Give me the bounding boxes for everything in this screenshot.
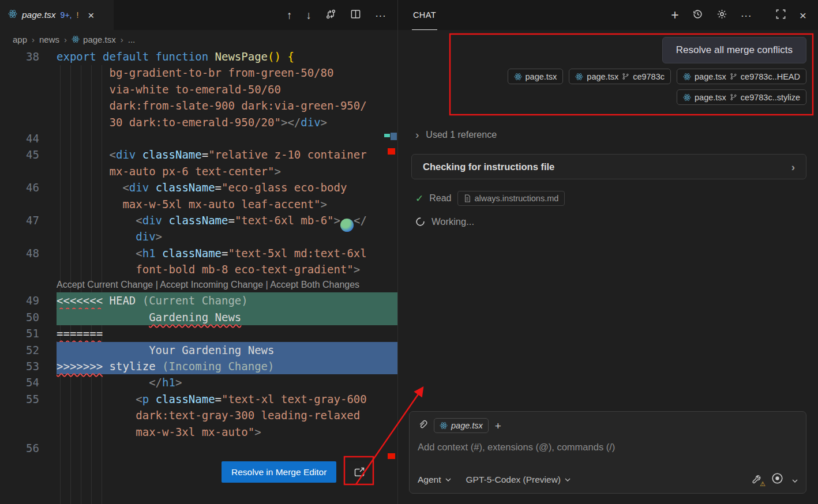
editor-more-actions-icon[interactable]: ··· [375, 10, 386, 21]
codelens-merge-actions[interactable]: Accept Current Change | Accept Incoming … [0, 277, 397, 292]
code-text: <div className="text-6xl mb-6">🌍</ [57, 212, 397, 228]
code-line-wrap[interactable]: mx-auto px-6 text-center"> [0, 163, 397, 179]
used-references-label: Used 1 reference [426, 130, 497, 140]
code-text: dark:text-gray-300 leading-relaxed [57, 407, 397, 423]
code-line-38[interactable]: 38export default function NewsPage() { [0, 48, 397, 65]
code-line-wrap[interactable]: bg-gradient-to-br from-green-50/80 [0, 65, 397, 81]
code-text: <<<<<<< HEAD (Current Change) [57, 292, 397, 309]
code-line-53[interactable]: 53>>>>>>> stylize (Incoming Change) [0, 358, 397, 374]
react-icon [8, 9, 17, 21]
tab-page-tsx[interactable]: page.tsx 9+, ! × [0, 0, 114, 30]
code-text: <div className="relative z-10 container [57, 146, 397, 163]
maximize-panel-icon[interactable] [775, 9, 786, 22]
line-number: 55 [0, 391, 57, 407]
navigate-up-icon[interactable]: ↑ [287, 10, 292, 21]
context-chip-row: page.tsx ce9783c..stylize [677, 89, 806, 105]
code-line-44[interactable]: 44 [0, 130, 397, 146]
instructions-file-chip[interactable]: always.instructions.md [457, 191, 565, 206]
line-number: 49 [0, 292, 57, 309]
chevron-right-icon: › [415, 129, 419, 140]
line-number [0, 261, 57, 277]
line-number: 47 [0, 212, 57, 228]
editor-actions: ↑ ↓ ··· [287, 0, 386, 30]
line-number: 54 [0, 374, 57, 390]
line-number [0, 407, 57, 423]
close-panel-icon[interactable]: × [800, 9, 806, 21]
code-line-49[interactable]: 49<<<<<<< HEAD (Current Change) [0, 292, 397, 309]
breadcrumb-item-news[interactable]: news [39, 35, 59, 44]
code-line-46[interactable]: 46 <div className="eco-glass eco-body [0, 179, 397, 195]
editor-tab-bar: page.tsx 9+, ! × ↑ ↓ ··· [0, 0, 397, 30]
chat-actions: + ··· × [671, 0, 806, 30]
code-line-wrap[interactable]: dark:text-gray-300 leading-relaxed [0, 407, 397, 423]
code-line-wrap[interactable]: via-white to-emerald-50/60 [0, 81, 397, 97]
resolve-in-merge-editor-button[interactable]: Resolve in Merge Editor [222, 461, 336, 483]
code-line-45[interactable]: 45 <div className="relative z-10 contain… [0, 146, 397, 163]
code-line-wrap[interactable]: max-w-5xl mx-auto leaf-accent"> [0, 196, 397, 212]
line-number [0, 196, 57, 212]
context-chip[interactable]: page.tsx ce9783c [569, 69, 671, 84]
stop-button[interactable] [771, 472, 783, 487]
resolve-all-merge-conflicts-button[interactable]: Resolve all merge conflicts [662, 37, 806, 63]
code-line-wrap[interactable]: div> [0, 228, 397, 245]
tab-warning-badge: ! [76, 10, 78, 20]
code-line-48[interactable]: 48 <h1 className="text-5xl md:text-6xl [0, 245, 397, 261]
code-line-50[interactable]: 50 Gardening News [0, 309, 397, 325]
git-branch-icon [622, 73, 629, 80]
code-text: div> [57, 228, 397, 245]
code-line-wrap[interactable]: dark:from-slate-900 dark:via-green-950/ [0, 97, 397, 114]
agent-mode-selector[interactable]: Agent [418, 475, 451, 485]
code-line-56[interactable]: 56 [0, 440, 397, 456]
code-text: via-white to-emerald-50/60 [57, 81, 397, 97]
instructions-status-panel[interactable]: Checking for instructions file › [411, 154, 806, 179]
chat-input-field[interactable]: Add context (#), extensions (@), command… [418, 442, 798, 453]
code-text: max-w-3xl mx-auto"> [57, 424, 397, 440]
chat-input-context-row: page.tsx + [418, 418, 798, 433]
react-icon [683, 93, 691, 101]
chat-input-toolbar: Agent GPT-5-Codex (Preview) ⚠ [418, 472, 798, 487]
navigate-down-icon[interactable]: ↓ [306, 10, 312, 21]
code-text: <p className="text-xl text-gray-600 [57, 391, 397, 407]
overview-ruler-mark-teal [384, 134, 390, 137]
compare-changes-icon[interactable] [325, 9, 336, 22]
tab-chat[interactable]: CHAT [412, 0, 437, 30]
send-options-chevron-icon[interactable] [792, 475, 798, 485]
input-context-chip[interactable]: page.tsx [434, 418, 489, 433]
line-number: 48 [0, 245, 57, 261]
attach-icon[interactable] [418, 420, 427, 432]
line-number [0, 163, 57, 179]
used-references-row[interactable]: › Used 1 reference [415, 129, 497, 140]
tools-icon[interactable]: ⚠ [751, 474, 763, 486]
chat-input-box[interactable]: page.tsx + Add context (#), extensions (… [409, 411, 806, 494]
code-text: ======= [57, 325, 397, 341]
model-selector[interactable]: GPT-5-Codex (Preview) [466, 475, 571, 485]
context-chip[interactable]: page.tsx ce9783c..HEAD [677, 69, 806, 84]
code-line-wrap[interactable]: max-w-3xl mx-auto"> [0, 424, 397, 440]
open-merge-editor-icon-button[interactable] [347, 461, 372, 483]
breadcrumb: app › news › page.tsx › ... [0, 30, 397, 48]
breadcrumb-item-app[interactable]: app [13, 35, 27, 44]
add-context-icon[interactable]: + [495, 420, 501, 431]
breadcrumb-item-ellipsis[interactable]: ... [128, 35, 136, 44]
breadcrumb-item-file[interactable]: page.tsx [72, 35, 116, 44]
chevron-right-icon: › [32, 35, 35, 44]
new-chat-icon[interactable]: + [671, 9, 678, 22]
close-tab-icon[interactable]: × [88, 10, 94, 21]
code-line-52[interactable]: 52 Your Gardening News [0, 342, 397, 358]
split-editor-icon[interactable] [350, 9, 361, 22]
code-line-51[interactable]: 51======= [0, 325, 397, 341]
line-number [0, 97, 57, 114]
code-line-55[interactable]: 55 <p className="text-xl text-gray-600 [0, 391, 397, 407]
code-text: >>>>>>> stylize (Incoming Change) [57, 358, 397, 374]
code-line-wrap[interactable]: 30 dark:to-emerald-950/20"></div> [0, 114, 397, 130]
code-line-54[interactable]: 54 </h1> [0, 374, 397, 390]
code-text: <div className="eco-glass eco-body [57, 179, 397, 195]
code-line-47[interactable]: 47 <div className="text-6xl mb-6">🌍</ [0, 212, 397, 228]
code-line-wrap[interactable]: font-bold mb-8 eco-text-gradient"> [0, 261, 397, 277]
history-icon[interactable] [692, 9, 703, 22]
context-chip[interactable]: page.tsx ce9783c..stylize [677, 89, 806, 105]
context-chip[interactable]: page.tsx [508, 69, 564, 84]
chat-more-actions-icon[interactable]: ··· [741, 10, 752, 21]
settings-gear-icon[interactable] [716, 9, 727, 22]
chevron-right-icon: › [791, 161, 795, 172]
